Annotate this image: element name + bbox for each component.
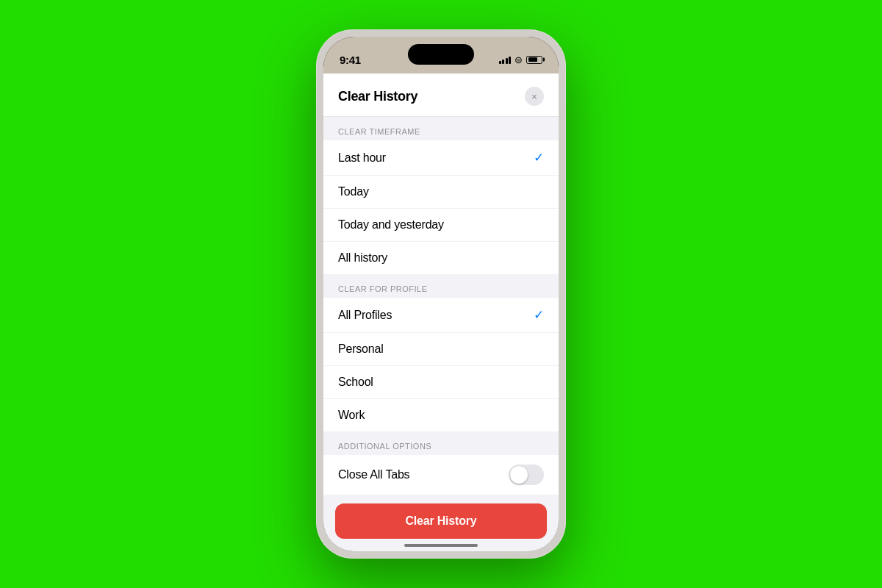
clear-button-container: Clear History xyxy=(323,495,559,551)
close-all-tabs-label: Close All Tabs xyxy=(338,468,409,481)
timeframe-today-yesterday-label: Today and yesterday xyxy=(338,218,444,232)
phone-screen: 9:41 ⊜ Clear History × xyxy=(323,37,559,551)
screen-content: Clear History × CLEAR TIMEFRAME Last hou… xyxy=(323,74,559,551)
profile-work-label: Work xyxy=(338,409,365,422)
timeframe-section: CLEAR TIMEFRAME Last hour ✓ Today Today … xyxy=(323,117,559,274)
profile-section-header: CLEAR FOR PROFILE xyxy=(323,274,559,298)
clear-history-button[interactable]: Clear History xyxy=(335,503,547,539)
additional-close-tabs-row: Close All Tabs xyxy=(323,455,559,495)
phone-shell: 9:41 ⊜ Clear History × xyxy=(316,29,566,559)
additional-options-group: Close All Tabs xyxy=(323,455,559,495)
close-button[interactable]: × xyxy=(525,87,544,106)
profile-personal-label: Personal xyxy=(338,343,384,356)
timeframe-option-last-hour[interactable]: Last hour ✓ xyxy=(323,140,559,176)
timeframe-last-hour-label: Last hour xyxy=(338,151,386,165)
scroll-area[interactable]: CLEAR TIMEFRAME Last hour ✓ Today Today … xyxy=(323,117,559,551)
home-indicator xyxy=(404,544,478,547)
timeframe-option-today-yesterday[interactable]: Today and yesterday xyxy=(323,209,559,242)
signal-bars-icon xyxy=(499,55,512,64)
toggle-container xyxy=(509,465,544,485)
profile-school-label: School xyxy=(338,376,373,389)
additional-section-header: ADDITIONAL OPTIONS xyxy=(323,431,559,455)
profile-option-work[interactable]: Work xyxy=(323,399,559,431)
modal-title: Clear History xyxy=(338,89,417,104)
profile-all-label: All Profiles xyxy=(338,309,392,322)
profile-option-personal[interactable]: Personal xyxy=(323,333,559,366)
close-all-tabs-toggle[interactable] xyxy=(509,465,544,485)
timeframe-section-header: CLEAR TIMEFRAME xyxy=(323,117,559,140)
battery-icon xyxy=(526,56,542,64)
status-time: 9:41 xyxy=(340,54,361,66)
dynamic-island xyxy=(408,44,474,65)
timeframe-today-label: Today xyxy=(338,185,369,198)
profile-all-check: ✓ xyxy=(534,307,544,323)
wifi-icon: ⊜ xyxy=(514,54,523,65)
timeframe-option-today[interactable]: Today xyxy=(323,176,559,209)
profile-options-group: All Profiles ✓ Personal School Work xyxy=(323,298,559,431)
status-icons: ⊜ xyxy=(499,54,543,65)
timeframe-all-history-label: All history xyxy=(338,251,387,265)
status-bar: 9:41 ⊜ xyxy=(323,37,559,74)
profile-option-school[interactable]: School xyxy=(323,366,559,399)
additional-section: ADDITIONAL OPTIONS Close All Tabs xyxy=(323,431,559,495)
profile-option-all[interactable]: All Profiles ✓ xyxy=(323,298,559,333)
timeframe-options-group: Last hour ✓ Today Today and yesterday Al… xyxy=(323,140,559,274)
timeframe-last-hour-check: ✓ xyxy=(534,150,544,165)
modal-header: Clear History × xyxy=(323,74,559,117)
profile-section: CLEAR FOR PROFILE All Profiles ✓ Persona… xyxy=(323,274,559,431)
timeframe-option-all-history[interactable]: All history xyxy=(323,242,559,274)
close-icon: × xyxy=(531,92,537,101)
toggle-knob xyxy=(510,466,528,484)
